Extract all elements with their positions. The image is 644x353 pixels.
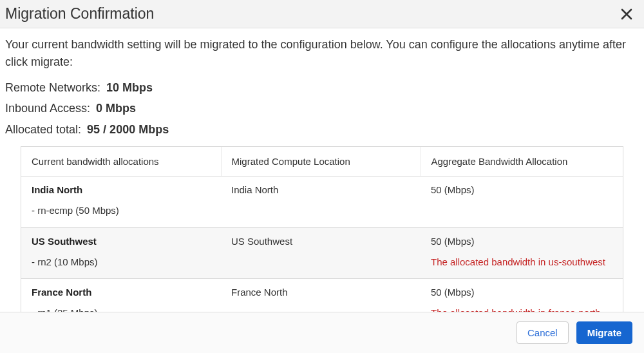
aggregate-value: 50 (Mbps): [431, 236, 612, 247]
location-name: India North: [32, 184, 211, 195]
summary-value: 10 Mbps: [106, 81, 153, 94]
modal-footer: Cancel Migrate: [0, 312, 644, 353]
col-header-migrated: Migrated Compute Location: [221, 147, 421, 176]
cell-migrated: India North: [221, 176, 421, 228]
aggregate-value: 50 (Mbps): [431, 184, 612, 195]
summary-label: Remote Networks:: [5, 81, 100, 94]
allocation-item: - rn2 (10 Mbps): [32, 252, 211, 272]
cell-migrated: US Southwest: [221, 227, 421, 279]
summary-label: Inbound Access:: [5, 102, 90, 115]
table-row: US Southwest - rn2 (10 Mbps) US Southwes…: [21, 227, 623, 279]
summary-label: Allocated total:: [5, 123, 81, 136]
modal-body: Your current bandwidth setting will be m…: [0, 28, 644, 350]
col-header-aggregate: Aggregate Bandwidth Allocation: [421, 147, 623, 176]
summary-value: 0 Mbps: [96, 102, 136, 115]
warning-text: The allocated bandwidth in us-southwest: [431, 252, 612, 272]
cancel-button[interactable]: Cancel: [516, 321, 569, 344]
location-name: France North: [32, 287, 211, 298]
intro-text: Your current bandwidth setting will be m…: [5, 36, 639, 71]
summary-remote-networks: Remote Networks: 10 Mbps: [5, 77, 639, 98]
modal-header: Migration Confirmation: [0, 0, 644, 28]
close-button[interactable]: [618, 6, 635, 23]
summary-value: 95 / 2000 Mbps: [87, 123, 169, 136]
close-icon: [621, 8, 632, 20]
col-header-current: Current bandwidth allocations: [21, 147, 221, 176]
location-name: US Southwest: [32, 236, 211, 247]
table-row: India North - rn-ecmp (50 Mbps) India No…: [21, 176, 623, 228]
cell-aggregate: 50 (Mbps) The allocated bandwidth in us-…: [421, 227, 623, 279]
cell-aggregate: 50 (Mbps): [421, 176, 623, 228]
cell-current: India North - rn-ecmp (50 Mbps): [21, 176, 221, 228]
cell-current: US Southwest - rn2 (10 Mbps): [21, 227, 221, 279]
aggregate-value: 50 (Mbps): [431, 287, 612, 298]
modal-title: Migration Confirmation: [5, 5, 154, 23]
table-header-row: Current bandwidth allocations Migrated C…: [21, 147, 623, 176]
summary-inbound-access: Inbound Access: 0 Mbps: [5, 98, 639, 119]
migrate-button[interactable]: Migrate: [576, 321, 632, 344]
summary-allocated-total: Allocated total: 95 / 2000 Mbps: [5, 119, 639, 140]
allocation-item: - rn-ecmp (50 Mbps): [32, 200, 211, 221]
